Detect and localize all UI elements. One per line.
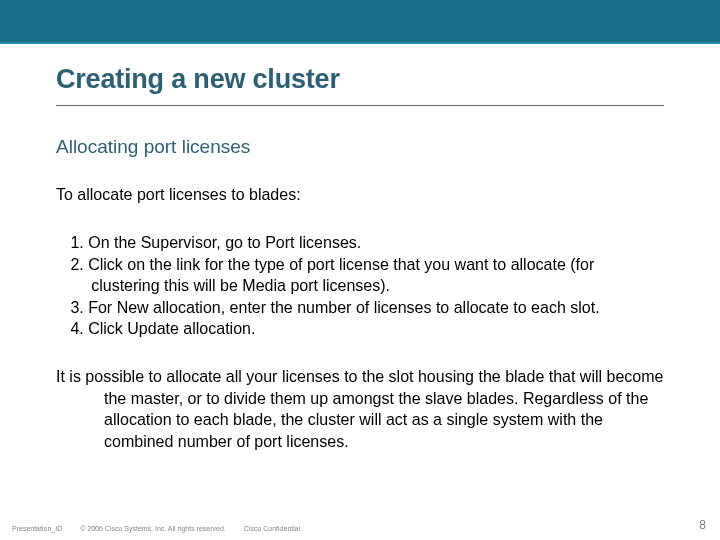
footer-copyright: © 2006 Cisco Systems, Inc. All rights re…: [80, 525, 226, 532]
slide-title: Creating a new cluster: [56, 64, 664, 95]
slide-content: Creating a new cluster Allocating port l…: [0, 64, 720, 452]
footer-confidential: Cisco Confidential: [244, 525, 300, 532]
list-item: Click Update allocation.: [56, 318, 664, 340]
note-text: It is possible to allocate all your lice…: [56, 366, 664, 452]
step-text: Click on the link for the type of port l…: [88, 256, 594, 295]
list-item: On the Supervisor, go to Port licenses.: [56, 232, 664, 254]
footer-presentation-id: Presentation_ID: [12, 525, 62, 532]
step-text: On the Supervisor, go to Port licenses.: [88, 234, 361, 251]
slide-subtitle: Allocating port licenses: [56, 136, 664, 158]
step-text: Click Update allocation.: [88, 320, 255, 337]
header-bar: [0, 0, 720, 44]
footer-page-number: 8: [699, 518, 706, 532]
footer: Presentation_ID © 2006 Cisco Systems, In…: [0, 525, 720, 532]
intro-text: To allocate port licenses to blades:: [56, 186, 664, 204]
list-item: Click on the link for the type of port l…: [56, 254, 664, 297]
title-divider: [56, 105, 664, 106]
steps-list: On the Supervisor, go to Port licenses. …: [56, 232, 664, 340]
list-item: For New allocation, enter the number of …: [56, 297, 664, 319]
step-text: For New allocation, enter the number of …: [88, 299, 599, 316]
